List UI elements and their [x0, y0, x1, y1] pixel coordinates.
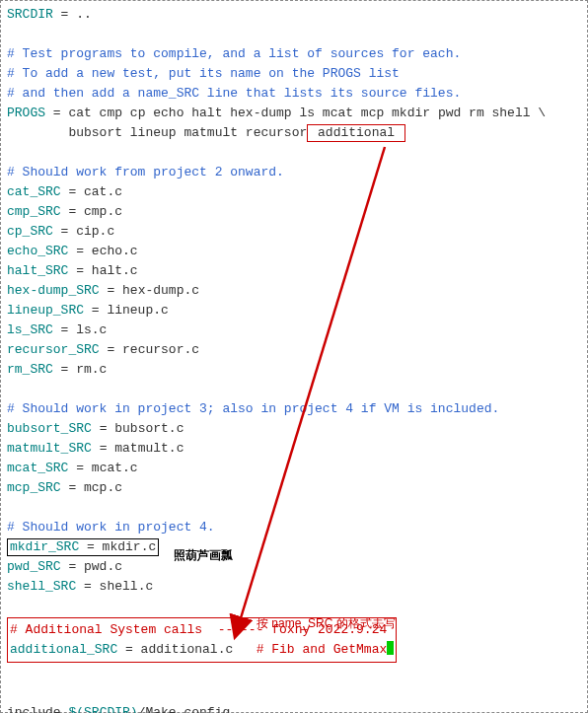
src: mcat_SRC = mcat.c: [7, 459, 581, 478]
txt: = cat cmp cp echo halt hex-dump ls mcat …: [45, 106, 546, 120]
txt: bubsort lineup matmult recursor: [7, 125, 307, 140]
src: pwd_SRC = pwd.c: [7, 557, 581, 577]
line-srcdir: SRCDIR = ..: [7, 5, 581, 25]
code-container: SRCDIR = .. # Test programs to compile, …: [0, 0, 588, 713]
comment: # Should work in project 3; also in proj…: [7, 399, 581, 419]
comment: # and then add a name_SRC line that list…: [7, 84, 581, 104]
src: ls_SRC = ls.c: [7, 321, 581, 340]
src: shell_SRC = shell.c: [7, 577, 581, 597]
src: cmp_SRC = cmp.c: [7, 202, 581, 222]
blank: [7, 664, 581, 683]
annotation-text-1: 照葫芦画瓢: [174, 545, 233, 565]
src: matmult_SRC = matmult.c: [7, 439, 581, 459]
include: include $(SRCDIR)/Make.config: [7, 703, 581, 713]
src-additional: additional_SRC = additional.c # Fib and …: [10, 640, 394, 660]
var: SRCDIR: [7, 7, 53, 22]
src-mkdir: mkdir_SRC = mkdir.c: [7, 537, 581, 557]
blank: [7, 498, 581, 518]
src: cp_SRC = cip.c: [7, 222, 581, 242]
src: echo_SRC = echo.c: [7, 242, 581, 261]
blank: [7, 380, 581, 399]
comment: # Test programs to compile, and a list o…: [7, 44, 581, 64]
line-progs2: bubsort lineup matmult recursor addition…: [7, 123, 581, 143]
comment: # To add a new test, put its name on the…: [7, 64, 581, 84]
src: lineup_SRC = lineup.c: [7, 301, 581, 321]
comment: # Should work in project 4.: [7, 518, 581, 537]
blank: [7, 683, 581, 703]
highlight-additional: additional: [307, 124, 405, 142]
src: bubsort_SRC = bubsort.c: [7, 419, 581, 439]
blank: [7, 143, 581, 163]
src: hex-dump_SRC = hex-dump.c: [7, 281, 581, 301]
highlight-mkdir: mkdir_SRC = mkdir.c: [7, 538, 159, 556]
txt: = ..: [53, 7, 92, 22]
comment: # Should work from project 2 onward.: [7, 163, 581, 182]
src: mcp_SRC = mcp.c: [7, 478, 581, 498]
src: rm_SRC = rm.c: [7, 360, 581, 380]
src: halt_SRC = halt.c: [7, 261, 581, 281]
src: recursor_SRC = recursor.c: [7, 340, 581, 360]
line-progs: PROGS = cat cmp cp echo halt hex-dump ls…: [7, 104, 581, 123]
annotation-text-2: 按 name_SRC 的格式去写: [257, 613, 396, 633]
src: cat_SRC = cat.c: [7, 182, 581, 202]
var: PROGS: [7, 106, 45, 120]
blank: [7, 25, 581, 44]
text-cursor: [387, 641, 394, 655]
